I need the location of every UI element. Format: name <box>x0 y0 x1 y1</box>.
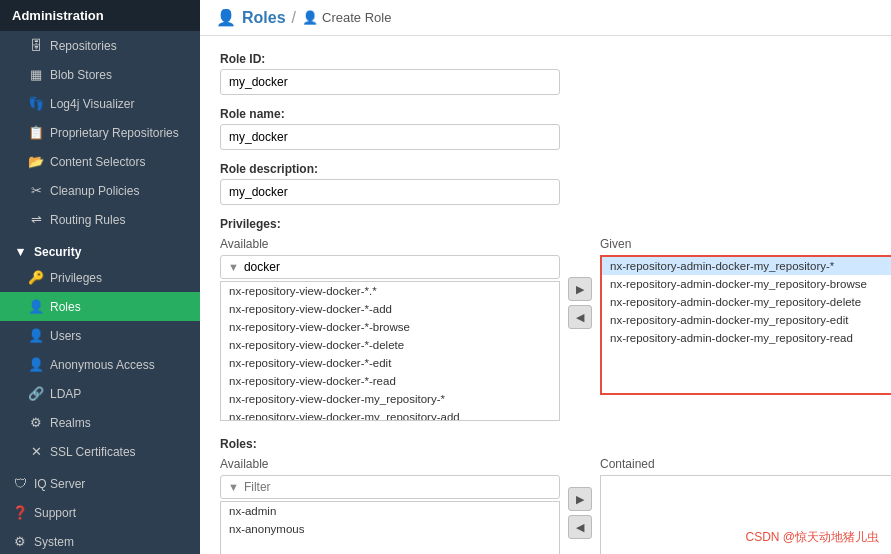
sidebar-item-label: Content Selectors <box>50 155 145 169</box>
main-content: 👤 Roles / 👤 Create Role Role ID: Role na… <box>200 0 891 554</box>
transfer-buttons: ▶ ◀ <box>560 277 600 329</box>
roles-available-label: Available <box>220 457 560 471</box>
role-description-row: Role description: <box>220 162 871 205</box>
roles-contained-panel: Contained <box>600 457 891 554</box>
roles-icon: 👤 <box>28 299 44 314</box>
roles-transfer-buttons: ▶ ◀ <box>560 487 600 539</box>
sidebar-item-label: Roles <box>50 300 81 314</box>
given-panel: Given nx-repository-admin-docker-my_repo… <box>600 237 891 395</box>
sidebar-iq-server-header[interactable]: 🛡 IQ Server <box>0 466 200 498</box>
sidebar-item-roles[interactable]: 👤 Roles <box>0 292 200 321</box>
roles-available-panel: Available ▼ nx-adminnx-anonymous <box>220 457 560 554</box>
list-item[interactable]: nx-repository-admin-docker-my_repository… <box>602 311 891 329</box>
sidebar-system-header[interactable]: ⚙ System <box>0 527 200 554</box>
available-panel: Available ▼ nx-repository-view-docker-*.… <box>220 237 560 421</box>
filter-input[interactable] <box>244 260 552 274</box>
given-list[interactable]: nx-repository-admin-docker-my_repository… <box>600 255 891 395</box>
roles-transfer-right-button[interactable]: ▶ <box>568 487 592 511</box>
list-item[interactable]: nx-repository-admin-docker-my_repository… <box>602 329 891 347</box>
list-item[interactable]: nx-repository-view-docker-*-edit <box>221 354 559 372</box>
routing-icon: ⇌ <box>28 212 44 227</box>
security-expand-icon: ▾ <box>12 244 28 259</box>
cleanup-icon: ✂ <box>28 183 44 198</box>
repositories-icon: 🗄 <box>28 38 44 53</box>
list-item[interactable]: nx-anonymous <box>221 520 559 538</box>
privileges-section: Privileges: Available ▼ nx-repository-vi… <box>220 217 871 554</box>
system-icon: ⚙ <box>12 534 28 549</box>
sidebar-item-anonymous-access[interactable]: 👤 Anonymous Access <box>0 350 200 379</box>
filter-icon: ▼ <box>228 261 239 273</box>
sidebar-item-label: Blob Stores <box>50 68 112 82</box>
sidebar-item-repositories[interactable]: 🗄 Repositories <box>0 31 200 60</box>
sidebar-item-label: Anonymous Access <box>50 358 155 372</box>
role-description-input[interactable] <box>220 179 560 205</box>
roles-transfer-left-button[interactable]: ◀ <box>568 515 592 539</box>
role-name-row: Role name: <box>220 107 871 150</box>
privileges-dual-list: Available ▼ nx-repository-view-docker-*.… <box>220 237 871 421</box>
sidebar-item-label: Repositories <box>50 39 117 53</box>
roles-filter-box[interactable]: ▼ <box>220 475 560 499</box>
ldap-icon: 🔗 <box>28 386 44 401</box>
anonymous-icon: 👤 <box>28 357 44 372</box>
roles-contained-label: Contained <box>600 457 891 471</box>
sidebar-item-cleanup-policies[interactable]: ✂ Cleanup Policies <box>0 176 200 205</box>
sidebar-item-log4j[interactable]: 👣 Log4j Visualizer <box>0 89 200 118</box>
sidebar-item-label: Security <box>34 245 81 259</box>
sidebar-item-label: LDAP <box>50 387 81 401</box>
roles-label: Roles: <box>220 437 871 451</box>
list-item[interactable]: nx-repository-view-docker-my_repository-… <box>221 408 559 421</box>
list-item[interactable]: nx-repository-admin-docker-my_repository… <box>602 257 891 275</box>
roles-section: Roles: Available ▼ nx-adminnx-anonymous <box>220 437 871 554</box>
roles-filter-input[interactable] <box>244 480 552 494</box>
blob-stores-icon: ▦ <box>28 67 44 82</box>
sidebar-support-header[interactable]: ❓ Support <box>0 498 200 527</box>
available-list[interactable]: nx-repository-view-docker-*.*nx-reposito… <box>220 281 560 421</box>
roles-dual-list: Available ▼ nx-adminnx-anonymous ▶ ◀ <box>220 457 871 554</box>
roles-available-list[interactable]: nx-adminnx-anonymous <box>220 501 560 554</box>
form-area: Role ID: Role name: Role description: Pr… <box>200 36 891 554</box>
proprietary-icon: 📋 <box>28 125 44 140</box>
sidebar-item-routing-rules[interactable]: ⇌ Routing Rules <box>0 205 200 234</box>
sidebar-item-privileges[interactable]: 🔑 Privileges <box>0 263 200 292</box>
sidebar-item-label: Realms <box>50 416 91 430</box>
realms-icon: ⚙ <box>28 415 44 430</box>
given-label: Given <box>600 237 891 251</box>
sidebar-item-label: Privileges <box>50 271 102 285</box>
available-label: Available <box>220 237 560 251</box>
sidebar-item-realms[interactable]: ⚙ Realms <box>0 408 200 437</box>
transfer-right-button[interactable]: ▶ <box>568 277 592 301</box>
sidebar-item-label: Users <box>50 329 81 343</box>
sidebar-item-blob-stores[interactable]: ▦ Blob Stores <box>0 60 200 89</box>
breadcrumb-separator: / <box>292 9 296 27</box>
list-item[interactable]: nx-repository-view-docker-my_repository-… <box>221 390 559 408</box>
roles-filter-icon: ▼ <box>228 481 239 493</box>
sidebar-item-users[interactable]: 👤 Users <box>0 321 200 350</box>
list-item[interactable]: nx-repository-view-docker-*-add <box>221 300 559 318</box>
role-id-row: Role ID: <box>220 52 871 95</box>
sidebar-item-label: IQ Server <box>34 477 85 491</box>
list-item[interactable]: nx-repository-view-docker-*-read <box>221 372 559 390</box>
transfer-left-button[interactable]: ◀ <box>568 305 592 329</box>
list-item[interactable]: nx-repository-admin-docker-my_repository… <box>602 293 891 311</box>
list-item[interactable]: nx-repository-view-docker-*-browse <box>221 318 559 336</box>
list-item[interactable]: nx-repository-view-docker-*-delete <box>221 336 559 354</box>
breadcrumb-roles-link[interactable]: Roles <box>242 9 286 27</box>
sidebar-item-proprietary[interactable]: 📋 Proprietary Repositories <box>0 118 200 147</box>
sidebar-item-ssl[interactable]: ✕ SSL Certificates <box>0 437 200 466</box>
sidebar-item-label: Support <box>34 506 76 520</box>
breadcrumb-icon: 👤 <box>216 8 236 27</box>
filter-box[interactable]: ▼ <box>220 255 560 279</box>
sidebar: Administration 🗄 Repositories ▦ Blob Sto… <box>0 0 200 554</box>
roles-contained-list[interactable] <box>600 475 891 554</box>
sidebar-item-label: Routing Rules <box>50 213 125 227</box>
role-id-input[interactable] <box>220 69 560 95</box>
list-item[interactable]: nx-repository-admin-docker-my_repository… <box>602 275 891 293</box>
list-item[interactable]: nx-admin <box>221 502 559 520</box>
role-name-input[interactable] <box>220 124 560 150</box>
breadcrumb: 👤 Roles / 👤 Create Role <box>200 0 891 36</box>
role-name-label: Role name: <box>220 107 871 121</box>
list-item[interactable]: nx-repository-view-docker-*.* <box>221 282 559 300</box>
sidebar-item-content-selectors[interactable]: 📂 Content Selectors <box>0 147 200 176</box>
sidebar-item-label: SSL Certificates <box>50 445 136 459</box>
sidebar-item-ldap[interactable]: 🔗 LDAP <box>0 379 200 408</box>
